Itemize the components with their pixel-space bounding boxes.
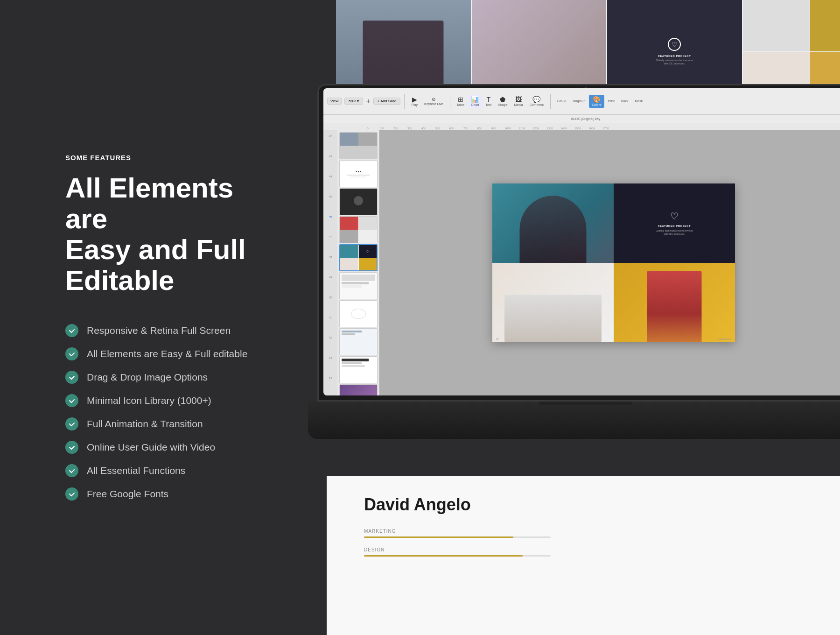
slide-num-53: 53: [323, 355, 337, 375]
skill-design-label: DESIGN: [364, 547, 385, 552]
slide-thumb-42[interactable]: [339, 132, 378, 159]
feature-text-4: Minimal Icon Library (1000+): [87, 395, 211, 406]
laptop-container: View 50% ▾ + + Add Slide ▶ Play: [317, 84, 840, 439]
slide-numbers: 42 43 44 45 46 47 48 49 50 51 52 53: [323, 130, 337, 395]
skill-design-row: DESIGN 85%: [364, 547, 840, 552]
check-icon-2: [65, 347, 78, 360]
play-button[interactable]: ▶ Play: [408, 95, 420, 108]
colors-icon: 🎨: [593, 96, 601, 103]
feature-item-7: All Essential Functions: [65, 464, 271, 477]
slide-num-49: 49: [323, 275, 337, 295]
keynote-live-button[interactable]: ⊙ Keynote Live: [421, 96, 446, 107]
featured-project-label: FEATURED PROJECT: [658, 225, 691, 227]
bottom-screen-content: David Angelo MARKETING 80% DESIGN 85%: [327, 476, 840, 575]
slide-thumb-47[interactable]: [339, 272, 378, 299]
ruler-mark: 200: [389, 127, 403, 130]
toolbar-left-group: View 50% ▾ + + Add Slide: [327, 97, 400, 106]
text-icon: T: [487, 96, 491, 103]
section-label: SOME FEATURES: [65, 154, 271, 162]
check-icon-4: [65, 394, 78, 407]
ruler-mark: 1400: [557, 127, 571, 130]
ruler-mark: 900: [487, 127, 501, 130]
keynote-live-icon: ⊙: [432, 97, 435, 102]
heart-icon: ♡: [670, 211, 679, 222]
add-slide-button[interactable]: + Add Slide: [373, 98, 401, 105]
slide-thumb-50[interactable]: [339, 356, 378, 383]
bottom-screen-preview: David Angelo MARKETING 80% DESIGN 85%: [327, 476, 840, 635]
slide-thumb-48[interactable]: [339, 300, 378, 327]
group-button[interactable]: Group: [554, 98, 569, 104]
photo-white-chair: [492, 263, 614, 342]
view-button[interactable]: View: [327, 98, 342, 105]
check-icon-5: [65, 417, 78, 430]
text-button[interactable]: T Text: [483, 95, 494, 108]
slide-thumbnails: ■ ■ ■: [337, 130, 379, 395]
comment-button[interactable]: 💬 Comment: [527, 95, 546, 108]
keynote-title-text: KLOE (Original) key: [571, 117, 600, 120]
back-button[interactable]: Back: [618, 98, 631, 104]
slide-num-54: 54: [323, 375, 337, 395]
toolbar-playback-group: ▶ Play ⊙ Keynote Live: [408, 95, 446, 108]
ruler-mark: 1700: [599, 127, 613, 130]
features-list: Responsive & Retina Full Screen All Elem…: [65, 324, 271, 501]
ruler-mark: 1500: [571, 127, 585, 130]
slide-num-44: 44: [323, 174, 337, 194]
slide-thumb-43[interactable]: ■ ■ ■: [339, 160, 378, 187]
slide-num-46: 46: [323, 214, 337, 234]
slide-thumb-49[interactable]: [339, 328, 378, 355]
media-button[interactable]: 🖼 Media: [511, 95, 526, 108]
slide-num-45: 45: [323, 194, 337, 214]
keynote-toolbar: View 50% ▾ + + Add Slide ▶ Play: [323, 88, 840, 114]
slide-thumb-44[interactable]: [339, 188, 378, 215]
slide-num-51: 51: [323, 315, 337, 335]
colors-button[interactable]: 🎨 Colors: [589, 95, 604, 108]
feature-text-3: Drag & Drop Image Options: [87, 372, 208, 383]
skill-design-fill: [364, 555, 523, 557]
slide-thumb-46[interactable]: ♡: [339, 244, 378, 271]
toolbar-arrange-group: Group Ungroup 🎨 Colors Print: [554, 95, 645, 108]
ungroup-button[interactable]: Ungroup: [570, 98, 588, 104]
chart-button[interactable]: 📊 Chart: [468, 95, 482, 108]
skill-marketing-row: MARKETING 80%: [364, 529, 840, 534]
slide-thumb-51[interactable]: [339, 384, 378, 395]
feature-item-5: Full Animation & Transition: [65, 417, 271, 430]
screen-bezel: View 50% ▾ + + Add Slide ▶ Play: [323, 88, 840, 395]
print-button[interactable]: Print: [605, 98, 617, 104]
ruler-mark: 1600: [585, 127, 599, 130]
feature-item-8: Free Google Fonts: [65, 487, 271, 501]
slide-num-43: 43: [323, 154, 337, 174]
ruler-mark: 500: [431, 127, 445, 130]
ruler-mark: 400: [417, 127, 431, 130]
feature-text-2: All Elements are Easy & Full editable: [87, 348, 247, 360]
keynote-ruler: 0 100 200 300 400 500 600 750 800 900 10…: [323, 123, 840, 130]
table-icon: ⊞: [458, 96, 463, 103]
skill-design: DESIGN 85%: [364, 547, 840, 557]
zoom-button[interactable]: 50% ▾: [344, 98, 363, 105]
slide-num-48: 48: [323, 254, 337, 275]
shape-button[interactable]: ⬟ Shape: [495, 95, 510, 108]
photo-featured-project: ♡ FEATURED PROJECT Globally administrate…: [614, 183, 735, 263]
keynote-title-bar: KLOE (Original) key: [323, 114, 840, 123]
photo-woman-hat: [492, 183, 614, 263]
slide-num-50: 50: [323, 295, 337, 315]
ruler-marks: 0 100 200 300 400 500 600 750 800 900 10…: [361, 123, 613, 130]
left-panel: SOME FEATURES All Elements are Easy and …: [0, 0, 308, 635]
feature-item-6: Online User Guide with Video: [65, 441, 271, 454]
feature-text-8: Free Google Fonts: [87, 488, 168, 500]
right-panel: ♡ FEATURED PROJECT Globally administrate…: [280, 0, 840, 635]
feature-item-1: Responsive & Retina Full Screen: [65, 324, 271, 337]
chair-shape: [504, 295, 602, 342]
check-icon-1: [65, 324, 78, 337]
ruler-mark: 1300: [543, 127, 557, 130]
slide-thumb-45[interactable]: [339, 216, 378, 243]
mask-button[interactable]: Mask: [632, 98, 646, 104]
skill-marketing: MARKETING 80%: [364, 529, 840, 538]
feature-text-1: Responsive & Retina Full Screen: [87, 325, 231, 336]
skill-marketing-label: MARKETING: [364, 529, 396, 534]
keynote-app: View 50% ▾ + + Add Slide ▶ Play: [323, 88, 840, 395]
laptop-base: [308, 402, 840, 439]
feature-text-7: All Essential Functions: [87, 465, 185, 476]
table-button[interactable]: ⊞ Table: [454, 95, 468, 108]
ruler-mark: 600: [445, 127, 459, 130]
feature-item-3: Drag & Drop Image Options: [65, 371, 271, 384]
